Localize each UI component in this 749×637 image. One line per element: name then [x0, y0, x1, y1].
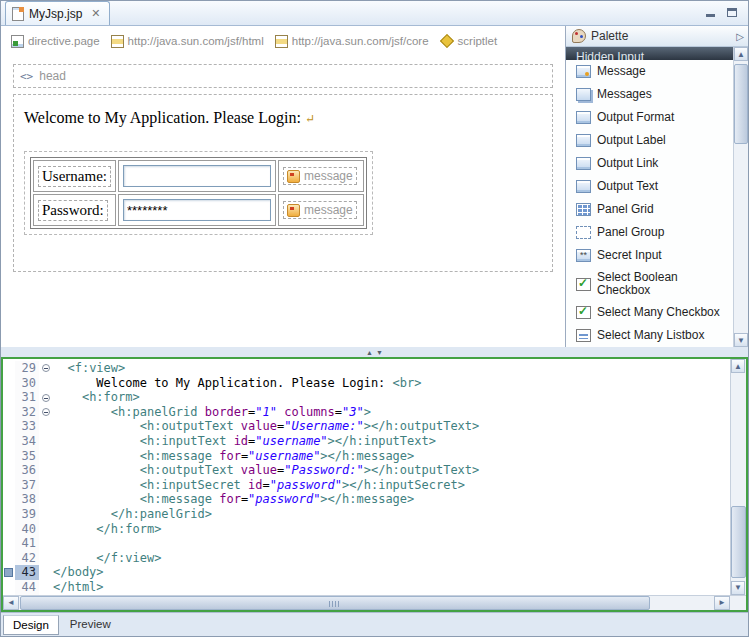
palette-item-select-many-checkbox[interactable]: Select Many Checkbox [566, 301, 733, 324]
fold-collapse-icon[interactable] [42, 408, 50, 416]
password-label: Password: [38, 200, 108, 221]
design-canvas[interactable]: <> head Welcome to My Application. Pleas… [1, 56, 565, 278]
editor-tab-title: MyJsp.jsp [29, 7, 82, 21]
output-link-icon [576, 157, 591, 170]
current-line-marker [4, 568, 13, 577]
palette-expand-arrow[interactable]: ▷ [736, 31, 744, 42]
form-row-password: Password:message [33, 194, 364, 226]
scroll-up-button[interactable]: ▲ [734, 47, 748, 61]
close-icon[interactable]: ✕ [91, 7, 100, 20]
palette-body: Hidden InputMessageMessagesOutput Format… [566, 47, 748, 347]
source-vscroll-thumb[interactable] [731, 506, 746, 578]
username-input[interactable] [123, 165, 271, 187]
scroll-down-button[interactable]: ▼ [734, 333, 748, 347]
scroll-left-button[interactable]: ◄ [3, 596, 19, 610]
palette-item-select-many-listbox[interactable]: Select Many Listbox [566, 324, 733, 347]
scroll-right-button[interactable]: ► [714, 596, 730, 610]
line-number-29: 29 [15, 361, 39, 376]
palette-header[interactable]: Palette ▷ [566, 26, 748, 47]
source-vscrollbar[interactable]: ▲ ▼ [730, 359, 746, 595]
palette-item-panel-grid[interactable]: Panel Grid [566, 198, 733, 221]
message-icon [287, 204, 300, 217]
body-section[interactable]: Welcome to My Application. Please Login:… [13, 94, 553, 272]
head-section[interactable]: <> head [13, 64, 553, 88]
login-table: Username:messagePassword:message [30, 157, 367, 229]
source-hscrollbar[interactable]: ◄ ► [3, 595, 746, 610]
maximize-button[interactable] [724, 5, 740, 19]
palette-item-panel-group[interactable]: Panel Group [566, 221, 733, 244]
tab-design[interactable]: Design [3, 615, 59, 635]
minimize-button[interactable] [702, 5, 718, 19]
form-row-username: Username:message [33, 160, 364, 192]
toolbar-item-http-java-sun-com-jsf-html[interactable]: http://java.sun.com/jsf/html [111, 35, 264, 48]
splitter-down-icon[interactable]: ▼ [376, 349, 383, 356]
source-line-40: 40 </h:form> [3, 522, 730, 537]
line-number-32: 32 [15, 405, 39, 420]
view-controls [702, 5, 748, 25]
output-text-icon [576, 180, 591, 193]
source-line-44: 44</html> [3, 580, 730, 595]
toolbar-item-scriptlet[interactable]: scriptlet [440, 35, 498, 47]
toolbar-item-directive-page[interactable]: directive.page [11, 35, 100, 48]
page-directive-icon [11, 35, 24, 48]
source-line-38: 38 <h:message for="password"></h:message… [3, 492, 730, 507]
palette-item-message[interactable]: Message [566, 60, 733, 83]
form-section[interactable]: Username:messagePassword:message [24, 151, 373, 235]
palette-item-select-boolean-checkbox[interactable]: Select Boolean Checkbox [566, 267, 733, 301]
source-line-39: 39 </h:panelGrid> [3, 507, 730, 522]
source-line-42: 42 </f:view> [3, 551, 730, 566]
scriptlet-icon [439, 34, 453, 48]
palette-title: Palette [591, 29, 628, 43]
tab-preview[interactable]: Preview [61, 615, 120, 633]
fold-collapse-icon[interactable] [42, 364, 50, 372]
palette-item-output-link[interactable]: Output Link [566, 152, 733, 175]
pane-splitter[interactable]: ▲ ▼ [1, 347, 748, 357]
username-label: Username: [38, 166, 111, 187]
welcome-text: Welcome to My Application. Please Login: [24, 109, 301, 127]
messages-icon [576, 88, 591, 101]
source-line-30: 30 Welcome to My Application. Please Log… [3, 376, 730, 391]
design-toolbar: directive.pagehttp://java.sun.com/jsf/ht… [1, 26, 565, 56]
source-hscroll-thumb[interactable] [20, 596, 650, 610]
palette-item-hidden-input[interactable]: Hidden Input [566, 47, 733, 60]
source-line-34: 34 <h:inputText id="username"></h:inputT… [3, 434, 730, 449]
secret-input-icon [576, 249, 591, 262]
splitter-up-icon[interactable]: ▲ [366, 349, 373, 356]
design-pane: directive.pagehttp://java.sun.com/jsf/ht… [1, 26, 565, 347]
palette-item-output-text[interactable]: Output Text [566, 175, 733, 198]
editor-tab[interactable]: MyJsp.jsp ✕ [5, 1, 110, 25]
password-input[interactable] [123, 199, 271, 221]
br-icon [305, 109, 315, 127]
source-main: 29 <f:view>30 Welcome to My Application.… [3, 359, 746, 595]
editor-tab-bar: MyJsp.jsp ✕ [1, 1, 748, 26]
line-number-42: 42 [15, 551, 39, 566]
jsp-file-icon [12, 7, 24, 21]
line-number-39: 39 [15, 507, 39, 522]
palette-item-output-format[interactable]: Output Format [566, 106, 733, 129]
welcome-line: Welcome to My Application. Please Login: [24, 109, 544, 127]
palette-item-output-label[interactable]: Output Label [566, 129, 733, 152]
source-line-37: 37 <h:inputSecret id="password"></h:inpu… [3, 478, 730, 493]
line-number-43: 43 [15, 565, 39, 580]
fold-collapse-icon[interactable] [42, 394, 50, 402]
palette-scroll-thumb[interactable] [734, 64, 748, 144]
message-placeholder: message [283, 167, 357, 185]
palette-list: Hidden InputMessageMessagesOutput Format… [566, 47, 733, 347]
select-boolean-checkbox-icon [576, 278, 591, 291]
main-area: directive.pagehttp://java.sun.com/jsf/ht… [1, 26, 748, 347]
line-number-31: 31 [15, 390, 39, 405]
line-number-41: 41 [15, 536, 39, 551]
message-icon [287, 170, 300, 183]
palette-item-messages[interactable]: Messages [566, 83, 733, 106]
scroll-up-button[interactable]: ▲ [731, 359, 745, 373]
palette-item-secret-input[interactable]: Secret Input [566, 244, 733, 267]
scrollbar-corner [730, 596, 746, 610]
eclipse-jsp-editor-window: MyJsp.jsp ✕ directive.pagehttp://java.su… [0, 0, 749, 637]
source-line-35: 35 <h:message for="username"></h:message… [3, 449, 730, 464]
palette-scrollbar[interactable]: ▲ ▼ [733, 47, 748, 347]
toolbar-item-http-java-sun-com-jsf-core[interactable]: http://java.sun.com/jsf/core [275, 35, 429, 48]
line-number-44: 44 [15, 580, 39, 595]
line-number-35: 35 [15, 449, 39, 464]
scroll-down-button[interactable]: ▼ [731, 581, 745, 595]
source-code[interactable]: 29 <f:view>30 Welcome to My Application.… [3, 359, 730, 595]
